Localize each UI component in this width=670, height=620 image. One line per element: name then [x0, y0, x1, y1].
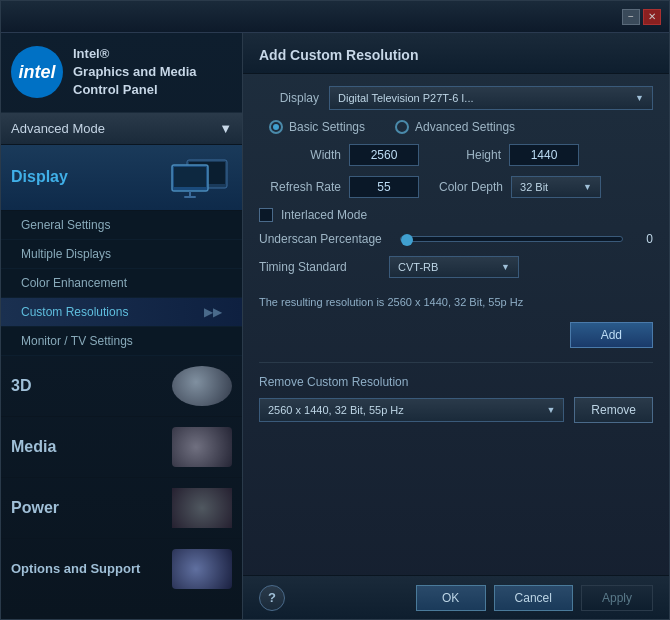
- underscan-slider[interactable]: [400, 236, 623, 242]
- sidebar-item-power[interactable]: Power: [1, 478, 242, 539]
- mode-arrow-icon: ▼: [219, 121, 232, 136]
- refresh-label: Refresh Rate: [259, 180, 349, 194]
- basic-settings-radio[interactable]: Basic Settings: [269, 120, 365, 134]
- interlaced-row: Interlaced Mode: [259, 208, 653, 222]
- settings-radio-group: Basic Settings Advanced Settings: [269, 120, 653, 134]
- timing-row: Timing Standard CVT-RB ▼: [259, 256, 653, 278]
- interlaced-label: Interlaced Mode: [281, 208, 367, 222]
- refresh-rate-input[interactable]: [349, 176, 419, 198]
- custom-res-arrow-icon: ▶▶: [204, 305, 222, 319]
- interlaced-checkbox[interactable]: [259, 208, 273, 222]
- minimize-button[interactable]: −: [622, 9, 640, 25]
- result-text: The resulting resolution is 2560 x 1440,…: [259, 290, 653, 314]
- logo-area: intel Intel®Graphics and MediaControl Pa…: [1, 33, 242, 113]
- help-button[interactable]: ?: [259, 585, 285, 611]
- sidebar-item-power-label: Power: [11, 499, 172, 517]
- refresh-row: Refresh Rate Color Depth 32 Bit ▼: [259, 176, 653, 198]
- main-content: intel Intel®Graphics and MediaControl Pa…: [1, 33, 669, 619]
- svg-rect-3: [174, 167, 206, 187]
- mode-label: Advanced Mode: [11, 121, 105, 136]
- sidebar-item-options-support[interactable]: Options and Support: [1, 539, 242, 600]
- timing-label: Timing Standard: [259, 260, 389, 274]
- mode-selector[interactable]: Advanced Mode ▼: [1, 113, 242, 145]
- remove-dropdown-arrow-icon: ▼: [546, 405, 555, 415]
- underscan-value: 0: [633, 232, 653, 246]
- 3d-icon: [172, 366, 232, 406]
- sidebar-item-media-label: Media: [11, 438, 172, 456]
- add-button[interactable]: Add: [570, 322, 653, 348]
- add-button-row: Add: [259, 322, 653, 348]
- remove-button[interactable]: Remove: [574, 397, 653, 423]
- svg-rect-5: [184, 196, 196, 198]
- sidebar-item-3d-label: 3D: [11, 377, 172, 395]
- sidebar-item-display-label: Display: [11, 168, 167, 186]
- display-row: Display Digital Television P27T-6 I... ▼: [259, 86, 653, 110]
- sidebar-item-3d[interactable]: 3D: [1, 356, 242, 417]
- color-depth-label: Color Depth: [439, 180, 511, 194]
- power-icon: [172, 488, 232, 528]
- title-bar: − ✕: [1, 1, 669, 33]
- display-label: Display: [259, 91, 329, 105]
- sidebar-item-multiple-displays[interactable]: Multiple Displays: [1, 240, 242, 269]
- close-button[interactable]: ✕: [643, 9, 661, 25]
- right-panel: Add Custom Resolution Display Digital Te…: [243, 33, 669, 619]
- color-depth-dropdown[interactable]: 32 Bit ▼: [511, 176, 601, 198]
- advanced-settings-radio[interactable]: Advanced Settings: [395, 120, 515, 134]
- advanced-settings-radio-dot: [395, 120, 409, 134]
- width-label: Width: [259, 148, 349, 162]
- display-dropdown[interactable]: Digital Television P27T-6 I... ▼: [329, 86, 653, 110]
- sidebar-item-custom-resolutions[interactable]: Custom Resolutions ▶▶: [1, 298, 242, 327]
- panel-body: Display Digital Television P27T-6 I... ▼…: [243, 74, 669, 575]
- section-divider: [259, 362, 653, 363]
- panel-header: Add Custom Resolution: [243, 33, 669, 74]
- slider-thumb[interactable]: [401, 234, 413, 246]
- app-window: − ✕ intel Intel®Graphics and MediaContro…: [0, 0, 670, 620]
- timing-dropdown[interactable]: CVT-RB ▼: [389, 256, 519, 278]
- height-label: Height: [439, 148, 509, 162]
- bottom-bar: ? OK Cancel Apply: [243, 575, 669, 619]
- remove-section-title: Remove Custom Resolution: [259, 375, 653, 389]
- basic-settings-radio-dot: [269, 120, 283, 134]
- cancel-button[interactable]: Cancel: [494, 585, 573, 611]
- timing-arrow-icon: ▼: [501, 262, 510, 272]
- color-depth-arrow-icon: ▼: [583, 182, 592, 192]
- media-icon: [172, 427, 232, 467]
- sidebar-item-monitor-settings[interactable]: Monitor / TV Settings: [1, 327, 242, 356]
- height-input[interactable]: [509, 144, 579, 166]
- nav-section: Display: [1, 145, 242, 619]
- remove-row: 2560 x 1440, 32 Bit, 55p Hz ▼ Remove: [259, 397, 653, 423]
- width-input[interactable]: [349, 144, 419, 166]
- options-icon: [172, 549, 232, 589]
- sidebar-item-color-enhancement[interactable]: Color Enhancement: [1, 269, 242, 298]
- sidebar-item-media[interactable]: Media: [1, 417, 242, 478]
- underscan-label: Underscan Percentage: [259, 232, 390, 246]
- apply-button[interactable]: Apply: [581, 585, 653, 611]
- panel-title: Add Custom Resolution: [259, 47, 653, 63]
- sidebar: intel Intel®Graphics and MediaControl Pa…: [1, 33, 243, 619]
- display-icon: [167, 155, 232, 200]
- display-dropdown-arrow-icon: ▼: [635, 93, 644, 103]
- intel-logo: intel: [11, 46, 63, 98]
- sidebar-item-options-label: Options and Support: [11, 561, 172, 576]
- dimensions-row: Width Height: [259, 144, 653, 166]
- sidebar-item-display[interactable]: Display: [1, 145, 242, 211]
- ok-button[interactable]: OK: [416, 585, 486, 611]
- app-title: Intel®Graphics and MediaControl Panel: [73, 45, 197, 100]
- sidebar-item-general-settings[interactable]: General Settings: [1, 211, 242, 240]
- underscan-row: Underscan Percentage 0: [259, 232, 653, 246]
- display-sub-items: General Settings Multiple Displays Color…: [1, 211, 242, 356]
- remove-resolution-dropdown[interactable]: 2560 x 1440, 32 Bit, 55p Hz ▼: [259, 398, 564, 422]
